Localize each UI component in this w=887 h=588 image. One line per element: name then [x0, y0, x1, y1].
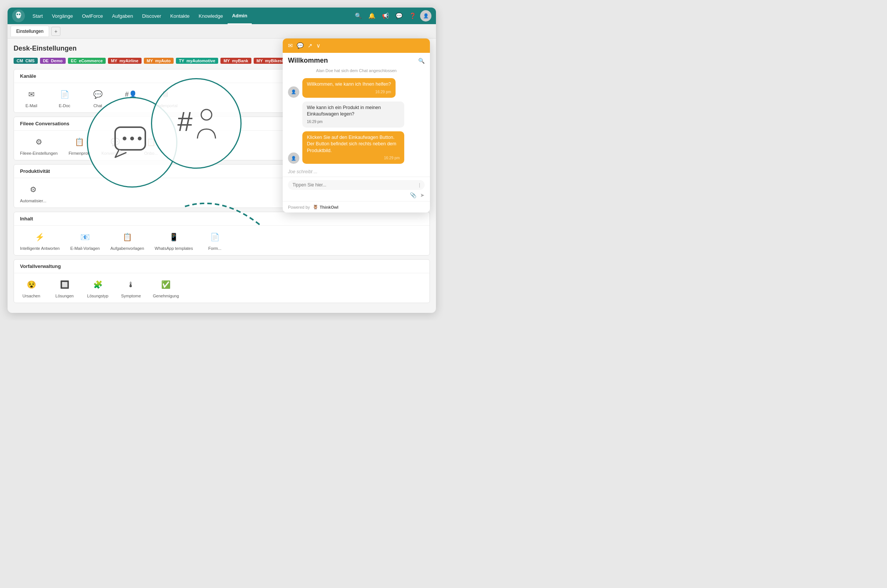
nav-start[interactable]: Start: [28, 8, 47, 24]
nav-admin[interactable]: Admin: [228, 8, 252, 24]
genehmigung-icon: ✅: [159, 278, 173, 291]
tag-demo[interactable]: DE Demo: [40, 58, 66, 64]
svg-point-1: [16, 12, 21, 18]
loesungstyp-icon: 🧩: [91, 278, 105, 291]
chat-header-email-icon[interactable]: ✉: [288, 42, 293, 49]
attach-icon[interactable]: 📎: [410, 192, 416, 198]
item-genehmigung-label: Genehmigung: [153, 294, 179, 298]
item-loesungen[interactable]: 🔲 Lösungen: [53, 278, 76, 298]
chat-panel-header: ✉ 💬 ↗ ∨: [283, 38, 430, 53]
hashtag-person-icon: #👤: [124, 88, 138, 101]
avatar[interactable]: 👤: [420, 10, 431, 22]
chat-header-bubble-icon[interactable]: 💬: [297, 42, 304, 49]
bell-icon[interactable]: 🔔: [366, 10, 378, 22]
item-chat[interactable]: 💬 Chat: [86, 88, 109, 108]
tag-myautomotive[interactable]: TY myAutomotive: [176, 58, 218, 64]
whatsapp-icon: 📱: [167, 230, 181, 244]
item-edoc[interactable]: 📄 E-Doc: [53, 88, 76, 108]
typing-indicator: Joe schreibt ...: [283, 167, 430, 177]
tag-cms[interactable]: CM CMS: [14, 58, 38, 64]
chat-search-icon[interactable]: 🔍: [418, 58, 425, 64]
nav-discover[interactable]: Discover: [137, 8, 166, 24]
kundenportal-icon: 🖥: [159, 88, 172, 101]
item-email-vorlagen[interactable]: 📧 E-Mail-Vorlagen: [70, 230, 100, 251]
message-3: 👤 Klicken Sie auf den Einkaufwagen Butto…: [288, 131, 425, 164]
item-aufgabenvorlagen[interactable]: 📋 Aufgabenvorlagen: [110, 230, 144, 251]
item-email[interactable]: ✉ E-Mail: [20, 88, 43, 108]
bubble-time-1: 16:29 pm: [307, 89, 391, 95]
item-email-label: E-Mail: [25, 103, 37, 108]
item-onboarding[interactable]: 📋 Onbo...: [140, 135, 162, 155]
konversation-icon: 💬: [108, 135, 122, 149]
item-loesungstyp-label: Lösungstyp: [87, 294, 108, 298]
help-icon[interactable]: ❓: [407, 10, 419, 22]
item-automatisierung[interactable]: ⚙ Automatisier...: [20, 183, 46, 203]
logo: [12, 9, 25, 22]
item-chat-label: Chat: [93, 103, 102, 108]
item-form-label: Form...: [208, 246, 222, 251]
bubble-agent-2: Klicken Sie auf den Einkaufwagen Button.…: [302, 131, 404, 164]
item-firmenprofil[interactable]: 📋 Firmenprofil: [68, 135, 91, 155]
item-genehmigung[interactable]: ✅ Genehmigung: [153, 278, 179, 298]
browser-window: Start Vorgänge OwlForce Aufgaben Discove…: [8, 8, 436, 313]
joined-message: Alan Doe hat sich dem Chat angeschlossen: [288, 68, 425, 73]
chat-footer: Powered by 🦉 ThinkOwl: [283, 201, 430, 212]
item-konversation-label: Konversation...: [102, 151, 129, 155]
chat-title-bar: Willkommen 🔍: [283, 53, 430, 67]
item-whatsapp-templates[interactable]: 📱 WhatsApp templates: [155, 230, 193, 251]
item-edoc-label: E-Doc: [59, 103, 71, 108]
agent-avatar-2: 👤: [288, 152, 299, 164]
automatisierung-icon: ⚙: [26, 183, 40, 196]
fileee-settings-icon: ⚙: [32, 135, 46, 149]
item-ursachen-label: Ursachen: [22, 294, 40, 298]
bubble-user-1: Wie kann ich ein Produkt in meinen Einka…: [302, 102, 404, 128]
nav-knowledge[interactable]: Knowledge: [194, 8, 227, 24]
search-icon[interactable]: 🔍: [352, 10, 364, 22]
chat-icon[interactable]: 💬: [393, 10, 405, 22]
chat-header-expand-icon[interactable]: ↗: [308, 42, 313, 49]
tag-mybank[interactable]: MY myBank: [220, 58, 251, 64]
bubble-text-2: Wie kann ich ein Produkt in meinen Einka…: [307, 105, 381, 117]
section-vorfallverwaltung-header: Vorfallverwaltung: [14, 260, 430, 273]
chat-header-collapse-icon[interactable]: ∨: [316, 42, 320, 49]
item-fileee-einstellungen-label: Fileee-Einstellungen: [20, 151, 58, 155]
tab-add-button[interactable]: +: [51, 27, 60, 36]
item-symptome-label: Symptome: [121, 294, 141, 298]
item-konversation[interactable]: 💬 Konversation...: [102, 135, 129, 155]
email-vorlagen-icon: 📧: [78, 230, 92, 244]
intelligente-antworten-icon: ⚡: [33, 230, 47, 244]
thinkOwl-brand: ThinkOwl: [320, 205, 339, 209]
edoc-icon: 📄: [58, 88, 71, 101]
item-aufgabenvorlagen-label: Aufgabenvorlagen: [110, 246, 144, 251]
chat-bubble-icon: 💬: [91, 88, 105, 101]
section-vorfallverwaltung-items: 😵 Ursachen 🔲 Lösungen 🧩 Lösungstyp 🌡 Sym…: [14, 273, 430, 303]
nav-vorgaenge[interactable]: Vorgänge: [47, 8, 77, 24]
item-intelligente-antworten[interactable]: ⚡ Intelligente Antworten: [20, 230, 60, 251]
item-form[interactable]: 📄 Form...: [203, 230, 226, 251]
tag-myairline[interactable]: MY myAirline: [108, 58, 142, 64]
email-icon: ✉: [25, 88, 38, 101]
chat-input[interactable]: [293, 182, 416, 188]
megaphone-icon[interactable]: 📢: [379, 10, 391, 22]
nav-aufgaben[interactable]: Aufgaben: [108, 8, 138, 24]
item-hashtag-person[interactable]: #👤: [120, 88, 142, 108]
nav-owlforce[interactable]: OwlForce: [77, 8, 108, 24]
tab-einstellungen[interactable]: Einstellungen: [11, 26, 49, 37]
svg-point-3: [19, 14, 20, 15]
bubble-text-1: Willkommen, wie kann ich Ihnen helfen?: [307, 82, 391, 87]
nav-icons: 🔍 🔔 📢 💬 ❓ 👤: [352, 10, 431, 22]
send-icon[interactable]: ➤: [420, 192, 425, 198]
message-1: 👤 Willkommen, wie kann ich Ihnen helfen?…: [288, 78, 425, 98]
item-kundenportal[interactable]: 🖥 Kundenportal: [153, 88, 177, 108]
item-loesungstyp[interactable]: 🧩 Lösungstyp: [86, 278, 109, 298]
item-symptome[interactable]: 🌡 Symptome: [120, 278, 142, 298]
firmenprofil-icon: 📋: [73, 135, 86, 149]
tag-ecommerce[interactable]: EC eCommerce: [68, 58, 106, 64]
item-ursachen[interactable]: 😵 Ursachen: [20, 278, 43, 298]
nav-kontakte[interactable]: Kontakte: [166, 8, 194, 24]
tag-myauto[interactable]: MY myAuto: [144, 58, 174, 64]
chat-title: Willkommen: [288, 57, 328, 65]
main-content: Desk-Einstellungen CM CMS DE Demo EC eCo…: [8, 38, 436, 313]
chat-header-icons: ✉ 💬 ↗ ∨: [288, 42, 320, 49]
item-fileee-einstellungen[interactable]: ⚙ Fileee-Einstellungen: [20, 135, 58, 155]
